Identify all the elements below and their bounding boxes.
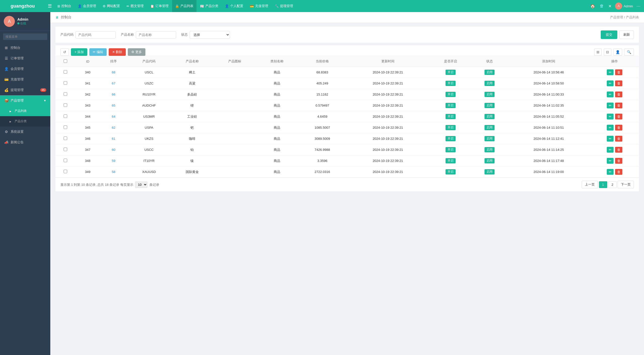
sidebar-item-产品分类[interactable]: ▸产品分类 bbox=[0, 116, 50, 126]
submit-button[interactable]: 提交 bbox=[601, 30, 617, 39]
row-checkbox[interactable] bbox=[64, 137, 67, 140]
top-nav-item-个人配置[interactable]: 👤个人配置 bbox=[222, 0, 246, 12]
pagination-bar: 显示第 1 到第 10 条记录, 总共 18 条记录 每页显示 10 20 50… bbox=[55, 178, 639, 191]
home-icon[interactable]: 🏠 bbox=[589, 3, 596, 10]
delete-button[interactable]: ✕ 删除 bbox=[109, 48, 126, 56]
cell-rank: 66 bbox=[100, 89, 127, 100]
sidebar-user: A Admin 在线 bbox=[0, 12, 50, 31]
cell-created: 2024-06-14 10:56:46 bbox=[507, 67, 590, 78]
sidebar-username: Admin bbox=[17, 17, 28, 21]
cell-icon bbox=[213, 166, 256, 178]
hamburger-icon[interactable]: ☰ bbox=[48, 3, 52, 9]
sidebar-menu: ⊞控制台☰订单管理👤会员管理💳充值管理💰提现管理45📦产品管理▼▸产品列表▸产品… bbox=[0, 42, 50, 355]
row-checkbox[interactable] bbox=[64, 159, 67, 162]
table-row: 343 65 AUDCHF 锂 商品 0.579497 2024-10-19 2… bbox=[55, 100, 639, 111]
row-checkbox[interactable] bbox=[64, 103, 67, 107]
more-button[interactable]: ⚙ 更多 bbox=[128, 48, 145, 56]
sidebar-item-订单管理[interactable]: ☰订单管理 bbox=[0, 53, 50, 64]
row-checkbox[interactable] bbox=[64, 170, 67, 173]
more-icon[interactable]: ⋯ bbox=[635, 3, 641, 10]
cell-category: 商品 bbox=[256, 144, 298, 155]
cell-rank: 60 bbox=[100, 144, 127, 155]
page-1-button[interactable]: 1 bbox=[599, 181, 607, 188]
select-all-checkbox[interactable] bbox=[64, 59, 67, 63]
search-toggle-button[interactable]: 🔍 bbox=[624, 49, 634, 56]
delete-row-button[interactable]: 🗑 bbox=[615, 103, 622, 108]
view-table-button[interactable]: ⊞ bbox=[594, 49, 602, 56]
col-header-8: 更新时间 bbox=[346, 56, 429, 67]
top-nav-item-会员管理[interactable]: 👤会员管理 bbox=[75, 0, 99, 12]
delete-row-button[interactable]: 🗑 bbox=[615, 158, 622, 164]
sidebar-item-产品列表[interactable]: ▸产品列表 bbox=[0, 106, 50, 116]
cell-code: USCL bbox=[127, 67, 171, 78]
edit-row-button[interactable]: ✏ bbox=[607, 136, 614, 142]
row-checkbox[interactable] bbox=[64, 70, 67, 74]
edit-row-button[interactable]: ✏ bbox=[607, 103, 614, 108]
top-nav-item-网站配置[interactable]: ⚙网站配置 bbox=[100, 0, 123, 12]
edit-row-button[interactable]: ✏ bbox=[607, 80, 614, 86]
edit-row-button[interactable]: ✏ bbox=[607, 158, 614, 164]
sidebar-item-产品管理[interactable]: 📦产品管理▼ bbox=[0, 95, 50, 106]
edit-row-button[interactable]: ✏ bbox=[607, 92, 614, 97]
col-header-4: 产品名称 bbox=[171, 56, 213, 67]
delete-row-button[interactable]: 🗑 bbox=[615, 169, 622, 175]
refresh-button-top[interactable]: 刷新 bbox=[619, 30, 634, 39]
page-2-button[interactable]: 2 bbox=[608, 181, 617, 188]
top-nav-item-产品列表[interactable]: 🔒产品列表 bbox=[172, 0, 196, 12]
user-info-top[interactable]: A Admin bbox=[615, 3, 633, 10]
prev-page-button[interactable]: 上一页 bbox=[582, 181, 598, 188]
delete-row-button[interactable]: 🗑 bbox=[615, 80, 622, 86]
sidebar-item-系统设置[interactable]: ⚙系统设置 bbox=[0, 126, 50, 137]
edit-row-button[interactable]: ✏ bbox=[607, 69, 614, 75]
search-input[interactable] bbox=[3, 33, 47, 40]
cell-rank: 68 bbox=[100, 67, 127, 78]
filter-code-input[interactable] bbox=[75, 31, 116, 38]
row-checkbox[interactable] bbox=[64, 114, 67, 118]
delete-row-button[interactable]: 🗑 bbox=[615, 136, 622, 142]
close-icon[interactable]: ✕ bbox=[607, 3, 613, 10]
table-row: 340 68 USCL 稀土 商品 68.8383 2024-10-19 22:… bbox=[55, 67, 639, 78]
filter-name-input[interactable] bbox=[136, 31, 176, 38]
col-header-2: 排序 bbox=[100, 56, 127, 67]
cell-enabled: 开启 bbox=[429, 155, 472, 166]
refresh-icon-button[interactable]: ↺ bbox=[60, 48, 69, 56]
next-page-button[interactable]: 下一页 bbox=[618, 181, 634, 188]
filter-status-select[interactable]: 选择 启用 禁用 bbox=[190, 31, 230, 39]
delete-row-button[interactable]: 🗑 bbox=[615, 125, 622, 130]
top-nav-item-控制台[interactable]: ⊞控制台 bbox=[54, 0, 74, 12]
top-nav-item-产品分类[interactable]: 📰产品分类 bbox=[197, 0, 221, 12]
delete-row-button[interactable]: 🗑 bbox=[615, 114, 622, 119]
delete-icon[interactable]: 🗑 bbox=[599, 3, 605, 9]
row-checkbox[interactable] bbox=[64, 92, 67, 96]
edit-row-button[interactable]: ✏ bbox=[607, 125, 614, 130]
per-page-select[interactable]: 10 20 50 bbox=[135, 182, 147, 188]
cell-price: 3.3596 bbox=[298, 155, 346, 166]
top-nav-item-图文管理[interactable]: ✏图文管理 bbox=[124, 0, 147, 12]
sidebar-item-新闻公告[interactable]: 📣新闻公告 bbox=[0, 137, 50, 148]
sidebar-item-控制台[interactable]: ⊞控制台 bbox=[0, 42, 50, 53]
top-nav-item-充值管理[interactable]: 💳充值管理 bbox=[247, 0, 271, 12]
cell-status: 启用 bbox=[472, 155, 507, 166]
cell-updated: 2024-10-19 22:39:21 bbox=[346, 111, 429, 122]
edit-row-button[interactable]: ✏ bbox=[607, 147, 614, 153]
delete-row-button[interactable]: 🗑 bbox=[615, 69, 622, 75]
top-nav-item-提现管理[interactable]: 🔧提现管理 bbox=[272, 0, 296, 12]
view-user-button[interactable]: 👤 bbox=[613, 49, 622, 56]
top-nav-item-订单管理[interactable]: 📋订单管理 bbox=[147, 0, 172, 12]
add-button[interactable]: + 添加 bbox=[71, 48, 87, 56]
row-checkbox[interactable] bbox=[64, 81, 67, 85]
cell-rank: 61 bbox=[100, 133, 127, 144]
edit-row-button[interactable]: ✏ bbox=[607, 114, 614, 119]
delete-row-button[interactable]: 🗑 bbox=[615, 92, 622, 97]
cell-rank: 64 bbox=[100, 111, 127, 122]
edit-button[interactable]: ✏ 编辑 bbox=[89, 48, 107, 56]
cell-id: 342 bbox=[75, 89, 100, 100]
sidebar-item-会员管理[interactable]: 👤会员管理 bbox=[0, 64, 50, 74]
sidebar-item-充值管理[interactable]: 💳充值管理 bbox=[0, 74, 50, 85]
row-checkbox[interactable] bbox=[64, 125, 67, 129]
row-checkbox[interactable] bbox=[64, 148, 67, 151]
sidebar-item-提现管理[interactable]: 💰提现管理45 bbox=[0, 85, 50, 95]
view-grid-button[interactable]: ⊟ bbox=[604, 49, 611, 56]
edit-row-button[interactable]: ✏ bbox=[607, 169, 614, 175]
delete-row-button[interactable]: 🗑 bbox=[615, 147, 622, 153]
